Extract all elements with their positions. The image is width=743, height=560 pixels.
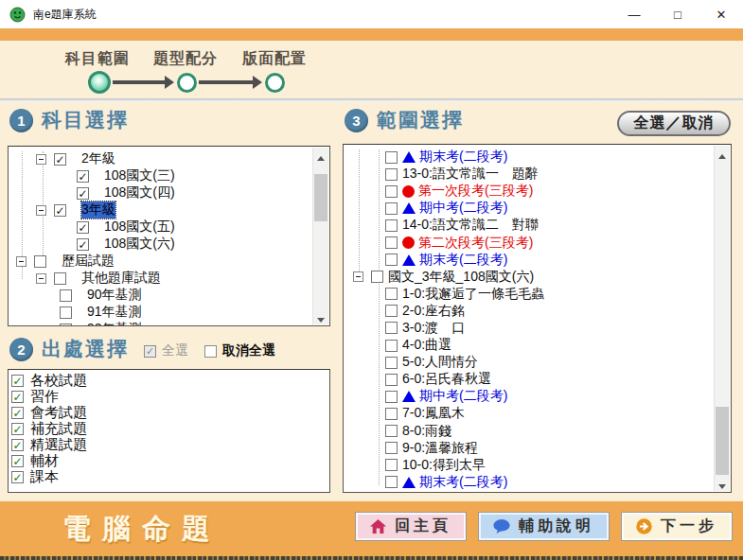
tree-row[interactable]: ✓2年級 <box>9 150 312 167</box>
tree-row[interactable]: 4-0:曲選 <box>344 337 714 354</box>
scroll-up-icon[interactable] <box>313 148 328 163</box>
tree-row[interactable]: 92年基測 <box>9 321 312 326</box>
checkbox[interactable] <box>385 202 398 215</box>
checkbox[interactable] <box>54 272 66 285</box>
scroll-up-icon[interactable] <box>715 146 730 161</box>
checkbox[interactable] <box>385 168 398 181</box>
tree-row[interactable]: 第一次段考(三段考) <box>344 183 714 200</box>
checkbox[interactable] <box>385 219 398 232</box>
checkbox[interactable]: ✓ <box>11 439 24 451</box>
tree-row[interactable]: 5-0:人間情分 <box>344 354 714 371</box>
tree-row[interactable]: 期末考(二段考) <box>344 149 714 166</box>
expander-icon[interactable] <box>36 273 46 284</box>
checkbox[interactable] <box>385 357 398 369</box>
tree-row[interactable]: ✓108國文(四) <box>9 184 312 201</box>
checkbox[interactable] <box>385 151 398 164</box>
tree-row[interactable]: 2-0:座右銘 <box>344 303 714 320</box>
close-button[interactable]: ✕ <box>699 8 743 22</box>
checkbox[interactable] <box>34 255 46 268</box>
scrollbar-thumb[interactable] <box>314 174 327 221</box>
checkbox[interactable] <box>385 476 398 488</box>
checkbox[interactable] <box>385 374 398 386</box>
checkbox[interactable] <box>371 271 383 283</box>
tree-row[interactable]: ✓108國文(六) <box>9 236 312 253</box>
tree-row[interactable]: 6-0:呂氏春秋選 <box>344 371 714 388</box>
checkbox[interactable] <box>385 185 398 198</box>
checkbox[interactable] <box>60 289 72 302</box>
checkbox[interactable] <box>385 425 398 437</box>
help-button[interactable]: 輔助說明 <box>478 512 610 541</box>
vertical-scrollbar[interactable] <box>714 146 730 491</box>
tree-row[interactable]: 9-0:溫馨旅程 <box>344 440 714 457</box>
scrollbar-thumb[interactable] <box>716 407 729 475</box>
tree-row[interactable]: 90年基測 <box>9 287 312 304</box>
checkbox[interactable] <box>60 324 72 327</box>
tree-row[interactable]: 期末考(二段考) <box>344 252 714 269</box>
tree-row[interactable]: ✓課本 <box>9 469 327 485</box>
tree-row[interactable]: 3-0:渡 口 <box>344 320 714 337</box>
tree-row[interactable]: 其他題庫試題 <box>9 270 312 287</box>
maximize-button[interactable]: □ <box>656 8 699 22</box>
tree-row[interactable]: 14-0:語文常識二 對聯 <box>344 217 714 234</box>
expander-icon[interactable] <box>36 205 46 216</box>
checkbox[interactable] <box>385 322 398 334</box>
checkbox[interactable] <box>385 408 398 420</box>
tree-row[interactable]: 期中考(二段考) <box>344 388 714 405</box>
select-all-checkbox[interactable]: ✓ 全選 <box>144 342 188 359</box>
checkbox[interactable] <box>385 459 398 471</box>
tree-row[interactable]: 7-0:鳳凰木 <box>344 405 714 422</box>
scroll-down-icon[interactable] <box>313 309 328 324</box>
checkbox[interactable]: ✓ <box>11 375 24 387</box>
tree-row[interactable]: ✓3年級 <box>9 201 312 219</box>
checkbox[interactable]: ✓ <box>77 187 89 200</box>
checkbox[interactable]: ✓ <box>77 221 89 234</box>
checkbox[interactable]: ✓ <box>11 407 24 419</box>
tree-row[interactable]: 歷屆試題 <box>9 253 312 270</box>
home-button[interactable]: 回主頁 <box>355 512 467 541</box>
tree-row[interactable]: ✓各校試題 <box>9 373 327 389</box>
tree-row[interactable]: ✓108國文(五) <box>9 219 312 236</box>
tree-row[interactable]: 國文_3年級_108國文(六) <box>344 269 714 286</box>
checkbox[interactable]: ✓ <box>11 391 24 403</box>
checkbox[interactable] <box>385 254 398 266</box>
deselect-all-checkbox[interactable]: 取消全選 <box>204 342 275 359</box>
expander-icon[interactable] <box>353 271 363 282</box>
checkbox[interactable]: ✓ <box>11 423 24 435</box>
minimize-button[interactable]: — <box>612 8 656 22</box>
tree-row[interactable]: 期末考(二段考) <box>344 474 714 491</box>
checkbox[interactable]: ✓ <box>144 345 156 358</box>
tree-row[interactable]: 期中考(二段考) <box>344 200 714 217</box>
tree-row[interactable]: ✓會考試題 <box>9 405 327 421</box>
checkbox[interactable] <box>385 391 398 403</box>
checkbox[interactable]: ✓ <box>11 455 24 467</box>
tree-row[interactable]: ✓108國文(三) <box>9 167 312 184</box>
checkbox[interactable] <box>385 288 398 300</box>
checkbox[interactable]: ✓ <box>54 204 66 217</box>
tree-row[interactable]: ✓習作 <box>9 389 327 405</box>
tree-row[interactable]: ✓輔材 <box>9 453 327 469</box>
checkbox[interactable] <box>204 345 217 358</box>
expander-icon[interactable] <box>16 256 27 267</box>
next-step-button[interactable]: 下一步 <box>621 512 733 541</box>
expander-icon[interactable] <box>36 154 46 165</box>
select-all-toggle-button[interactable]: 全選／取消 <box>617 111 731 136</box>
tree-row[interactable]: 8-0:雨錢 <box>344 423 714 440</box>
checkbox[interactable] <box>385 305 398 317</box>
tree-row[interactable]: 10-0:得到太早 <box>344 457 714 474</box>
checkbox[interactable] <box>60 306 72 319</box>
checkbox[interactable]: ✓ <box>77 238 89 251</box>
checkbox[interactable] <box>385 236 398 249</box>
tree-row[interactable]: ✓精選試題 <box>9 437 327 453</box>
checkbox[interactable] <box>385 340 398 352</box>
checkbox[interactable]: ✓ <box>11 471 24 483</box>
vertical-scrollbar[interactable] <box>312 148 328 324</box>
checkbox[interactable] <box>385 442 398 454</box>
tree-row[interactable]: 13-0:語文常識一 題辭 <box>344 166 714 183</box>
checkbox[interactable]: ✓ <box>54 153 66 166</box>
tree-row[interactable]: 第二次段考(三段考) <box>344 234 714 251</box>
tree-row[interactable]: ✓補充試題 <box>9 421 327 437</box>
scroll-down-icon[interactable] <box>715 476 730 491</box>
tree-row[interactable]: 1-0:我邂逅了一條毛毛蟲 <box>344 286 714 303</box>
checkbox[interactable]: ✓ <box>77 170 89 183</box>
tree-row[interactable]: 91年基測 <box>9 304 312 321</box>
